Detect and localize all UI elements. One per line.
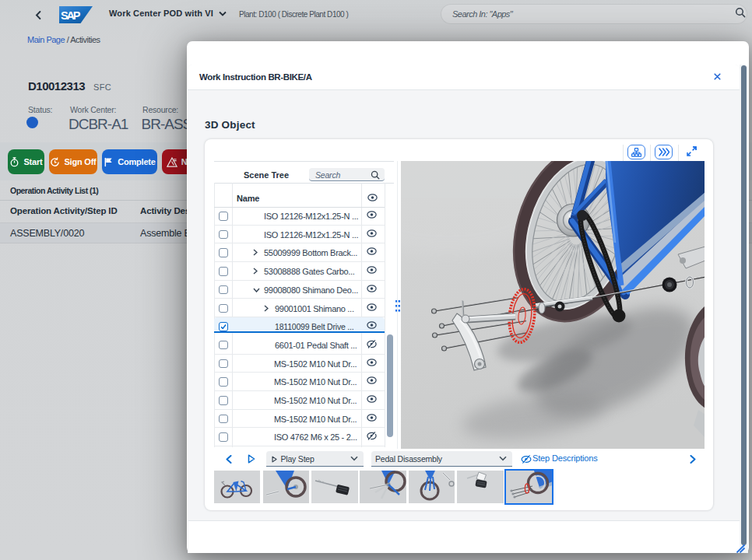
svg-text:SAP: SAP	[61, 9, 81, 22]
